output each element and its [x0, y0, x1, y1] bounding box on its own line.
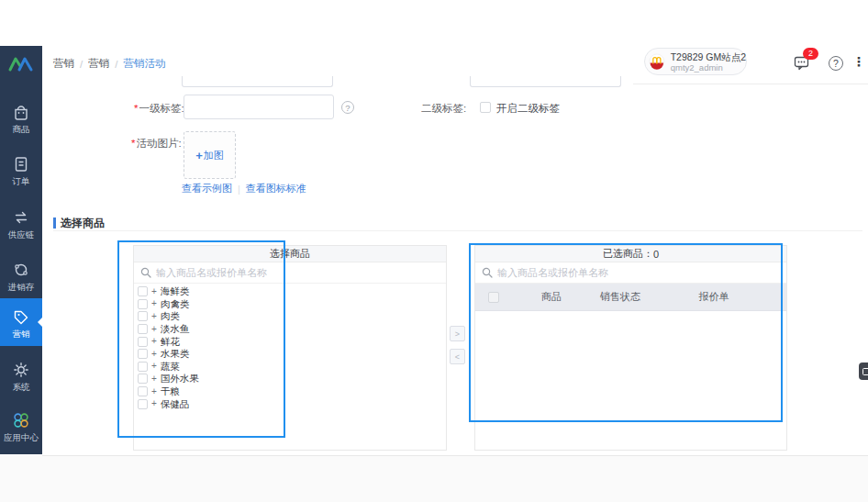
order-icon	[11, 154, 31, 174]
tag-help-icon[interactable]: ?	[341, 101, 354, 114]
view-example-link[interactable]: 查看示例图	[182, 182, 232, 195]
category-row[interactable]: +保健品	[134, 397, 446, 410]
level1-tag-input[interactable]	[184, 95, 334, 119]
category-tree: +海鲜类+肉禽类+肉类+淡水鱼+鲜花+水果类+蔬菜+国外水果+干粮+保健品	[134, 284, 446, 410]
expand-icon[interactable]: +	[151, 399, 157, 408]
sidebar-label: 系统	[13, 382, 30, 391]
item-checkbox[interactable]	[138, 337, 148, 347]
app-logo-icon[interactable]	[7, 53, 35, 75]
sidebar-item-system[interactable]: 系统	[0, 354, 42, 396]
column-product: 商品	[512, 290, 591, 304]
expand-icon[interactable]: +	[151, 387, 157, 396]
bag-icon	[11, 102, 31, 122]
level1-tag-label: *一级标签:	[134, 102, 184, 116]
edge-widget-button[interactable]	[859, 363, 868, 380]
notification-badge: 2	[803, 48, 818, 60]
breadcrumb-item[interactable]: 营销	[88, 57, 109, 71]
selected-count: 0	[653, 249, 659, 260]
expand-icon[interactable]: +	[151, 362, 157, 371]
column-sale-status: 销售状态	[591, 290, 650, 304]
expand-icon[interactable]: +	[151, 374, 157, 384]
category-row[interactable]: +干粮	[134, 385, 446, 398]
enable-level2-checkbox[interactable]	[480, 102, 491, 113]
category-row[interactable]: +鲜花	[134, 335, 446, 348]
category-row[interactable]: +蔬菜	[134, 361, 446, 374]
site-name: T29829 GM站点2	[671, 51, 746, 62]
account-info: T29829 GM站点2 qmty2_admin	[671, 51, 746, 73]
item-checkbox[interactable]	[138, 299, 148, 309]
required-mark: *	[134, 103, 138, 114]
available-products-panel: 选择商品 +海鲜类+肉禽类+肉类+淡水鱼+鲜花+水果类+蔬菜+国外水果+干粮+保…	[133, 245, 447, 451]
category-label: 肉禽类	[161, 299, 190, 309]
sidebar-item-inventory[interactable]: 进销存	[0, 254, 42, 296]
expand-icon[interactable]: +	[151, 287, 157, 296]
breadcrumb-item[interactable]: 营销	[53, 57, 74, 71]
sidebar-item-orders[interactable]: 订单	[0, 149, 42, 191]
category-row[interactable]: +水果类	[134, 348, 446, 361]
expand-icon[interactable]: +	[151, 325, 157, 334]
sidebar: 商品 订单 供应链	[0, 46, 42, 454]
category-label: 海鲜类	[161, 286, 190, 296]
column-quotation: 报价单	[650, 290, 778, 304]
sidebar-item-app-center[interactable]: 应用中心	[0, 405, 42, 447]
sidebar-item-marketing[interactable]: 营销	[0, 298, 42, 346]
clipped-input-top-left[interactable]	[182, 76, 333, 87]
expand-icon[interactable]: +	[151, 312, 157, 321]
account-pill[interactable]: T29829 GM站点2 qmty2_admin	[644, 48, 747, 75]
more-menu-icon[interactable]: ⋮	[852, 54, 865, 69]
item-checkbox[interactable]	[138, 399, 148, 409]
activity-image-label: *活动图片:	[131, 137, 182, 151]
category-label: 国外水果	[161, 374, 199, 384]
item-checkbox[interactable]	[138, 324, 148, 334]
category-row[interactable]: +肉类	[134, 310, 446, 323]
move-right-button[interactable]: >	[450, 326, 465, 341]
category-row[interactable]: +海鲜类	[134, 285, 446, 298]
enable-level2-label: 开启二级标签	[496, 102, 560, 116]
active-item-notch	[38, 318, 42, 327]
category-label: 干粮	[161, 386, 180, 396]
right-search-bar	[475, 262, 786, 284]
left-panel-title: 选择商品	[134, 246, 446, 262]
category-row[interactable]: +淡水鱼	[134, 323, 446, 336]
view-icon-standard-link[interactable]: 查看图标标准	[246, 182, 306, 195]
inventory-icon	[11, 260, 31, 280]
help-icon[interactable]: ?	[829, 56, 843, 71]
breadcrumb: 营销 / 营销 / 营销活动	[53, 57, 165, 71]
breadcrumb-separator: /	[115, 59, 117, 70]
sidebar-item-supply-chain[interactable]: 供应链	[0, 202, 42, 244]
selected-table-header: 商品 销售状态 报价单	[475, 284, 786, 311]
expand-icon[interactable]: +	[151, 350, 157, 359]
category-label: 蔬菜	[161, 362, 180, 372]
category-row[interactable]: +国外水果	[134, 373, 446, 385]
sidebar-label: 商品	[13, 124, 30, 133]
item-checkbox[interactable]	[138, 286, 148, 296]
left-search-input[interactable]	[156, 267, 440, 278]
item-checkbox[interactable]	[138, 374, 148, 384]
search-icon	[140, 267, 151, 278]
item-checkbox[interactable]	[138, 362, 148, 372]
breadcrumb-item-current[interactable]: 营销活动	[123, 57, 165, 71]
item-checkbox[interactable]	[138, 386, 148, 396]
sidebar-label: 应用中心	[4, 432, 39, 441]
add-image-upload[interactable]: + 加图	[184, 131, 236, 179]
category-label: 淡水鱼	[161, 324, 190, 334]
marketing-tag-icon	[11, 307, 31, 327]
item-checkbox[interactable]	[138, 349, 148, 359]
category-label: 肉类	[161, 311, 180, 321]
right-search-input[interactable]	[497, 267, 780, 278]
category-row[interactable]: +肉禽类	[134, 298, 446, 311]
expand-icon[interactable]: +	[151, 299, 157, 308]
move-left-button[interactable]: <	[450, 349, 465, 364]
required-mark: *	[131, 138, 135, 149]
bottom-empty-area	[0, 456, 868, 502]
sidebar-item-products[interactable]: 商品	[0, 96, 42, 139]
clipped-input-top-right[interactable]	[470, 76, 621, 87]
section-accent-bar	[53, 218, 56, 229]
item-checkbox[interactable]	[138, 311, 148, 321]
section-title: 选择商品	[61, 216, 105, 231]
expand-icon[interactable]: +	[151, 337, 157, 346]
category-label: 保健品	[161, 399, 190, 409]
category-label: 水果类	[161, 349, 190, 359]
select-all-checkbox[interactable]	[488, 292, 499, 303]
sidebar-label: 进销存	[8, 282, 35, 291]
